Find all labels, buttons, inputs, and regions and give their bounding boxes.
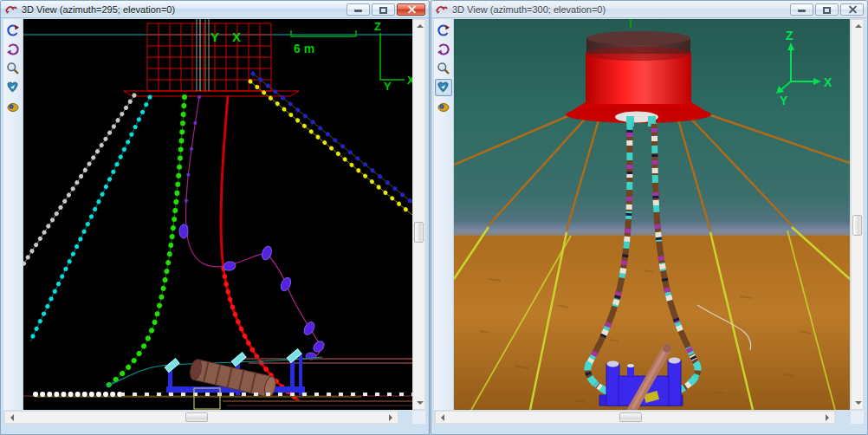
- scroll-left-button[interactable]: [436, 412, 449, 423]
- close-icon: [406, 4, 416, 14]
- titlebar-left[interactable]: 3D View (azimuth=295; elevation=0): [1, 1, 429, 18]
- window-title: 3D View (azimuth=295; elevation=0): [22, 4, 175, 15]
- horizontal-scrollbar-thumb[interactable]: [619, 412, 642, 422]
- vertical-scrollbar-thumb[interactable]: [414, 222, 424, 243]
- scroll-down-button[interactable]: [852, 398, 865, 409]
- pan-button[interactable]: [4, 98, 22, 115]
- scroll-left-button[interactable]: [5, 412, 18, 423]
- scale-bar-label: 6 m: [294, 42, 314, 55]
- horizontal-scrollbar-left[interactable]: [4, 411, 398, 424]
- minimize-icon: [798, 10, 806, 12]
- vertical-scrollbar-left[interactable]: [412, 19, 425, 410]
- window-3d-view-right: 3D View (azimuth=300; elevation=0): [431, 0, 868, 435]
- close-button[interactable]: [397, 3, 425, 16]
- scrollbar-corner: [851, 411, 864, 424]
- zoom-icon: [6, 62, 20, 75]
- scroll-down-button[interactable]: [413, 398, 426, 409]
- scroll-right-button[interactable]: [821, 412, 834, 423]
- zoom-button[interactable]: [4, 60, 22, 77]
- axis-y-label: Y: [384, 80, 392, 93]
- close-icon: [847, 4, 857, 14]
- rotate-up-icon: [437, 23, 450, 37]
- rotate-down-icon: [6, 42, 20, 56]
- rotate-up-icon: [6, 23, 20, 37]
- view-direction-button[interactable]: [4, 79, 22, 96]
- right-arrow-icon: [826, 414, 832, 421]
- rotate-up-button[interactable]: [4, 22, 22, 39]
- axis-y-label: Y: [780, 94, 788, 107]
- vertical-scrollbar-thumb[interactable]: [852, 215, 862, 236]
- pan-icon: [6, 100, 20, 114]
- maximize-button[interactable]: [372, 3, 395, 16]
- axis-x-label: X: [824, 75, 832, 89]
- scroll-up-button[interactable]: [852, 20, 865, 31]
- right-arrow-icon: [389, 414, 396, 421]
- rotate-down-button[interactable]: [4, 41, 22, 58]
- 3d-view-canvas-left[interactable]: Y X 6 m Z Y X: [23, 19, 412, 410]
- axis-z-label: Z: [786, 29, 794, 42]
- pan-button[interactable]: [435, 98, 452, 115]
- window-3d-view-left: 3D View (azimuth=295; elevation=0): [0, 0, 430, 435]
- buoy-axis-y-label: Y: [211, 29, 219, 44]
- axis-z-label: Z: [374, 20, 381, 33]
- horizontal-scrollbar-thumb[interactable]: [185, 412, 208, 422]
- maximize-icon: [823, 7, 831, 14]
- minimize-icon: [354, 10, 362, 12]
- rotate-down-button[interactable]: [435, 41, 452, 58]
- view-toolbar-left: [3, 19, 23, 410]
- zoom-button[interactable]: [435, 60, 452, 77]
- left-arrow-icon: [7, 414, 14, 421]
- view-toolbar-right: [434, 19, 454, 410]
- close-button[interactable]: [840, 3, 864, 16]
- left-arrow-icon: [437, 414, 444, 421]
- scroll-right-button[interactable]: [385, 412, 398, 423]
- view-direction-icon: [6, 81, 20, 94]
- down-arrow-icon: [855, 401, 862, 408]
- rotate-up-button[interactable]: [435, 22, 452, 39]
- minimize-button[interactable]: [790, 3, 813, 16]
- maximize-icon: [379, 7, 387, 14]
- window-title: 3D View (azimuth=300; elevation=0): [452, 4, 606, 15]
- view-direction-icon: [437, 81, 450, 94]
- up-arrow-icon: [855, 21, 862, 28]
- zoom-icon: [437, 62, 450, 75]
- up-arrow-icon: [417, 21, 424, 28]
- maximize-button[interactable]: [815, 3, 839, 16]
- down-arrow-icon: [417, 401, 424, 408]
- buoy-axis-x-label: X: [232, 29, 241, 44]
- vertical-scrollbar-right[interactable]: [851, 19, 864, 410]
- app-window-icon: [5, 3, 18, 15]
- app-window-icon: [436, 3, 449, 15]
- pan-icon: [437, 100, 450, 114]
- horizontal-scrollbar-right[interactable]: [435, 411, 835, 424]
- view-direction-button[interactable]: [435, 79, 452, 96]
- minimize-button[interactable]: [347, 3, 370, 16]
- rotate-down-icon: [437, 42, 450, 56]
- scroll-up-button[interactable]: [413, 20, 426, 31]
- titlebar-right[interactable]: 3D View (azimuth=300; elevation=0): [431, 1, 867, 18]
- scrollbar-corner: [412, 411, 425, 424]
- 3d-view-canvas-right[interactable]: Z X Y: [454, 19, 850, 410]
- desktop: 3D View (azimuth=295; elevation=0): [0, 0, 868, 435]
- buoy: [566, 31, 711, 127]
